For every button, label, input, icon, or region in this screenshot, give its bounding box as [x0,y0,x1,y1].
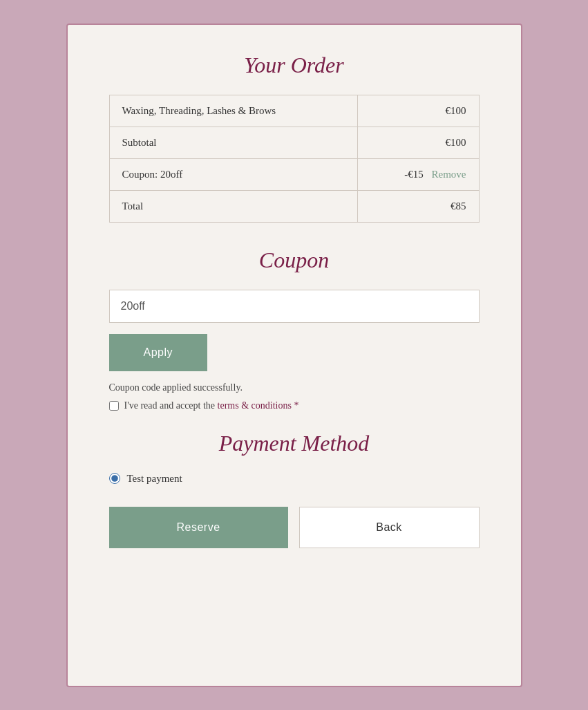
order-card: Your Order Waxing, Threading, Lashes & B… [66,24,522,687]
coupon-title: Coupon [109,247,480,273]
payment-section: Payment Method Test payment [109,431,480,485]
remove-coupon-link[interactable]: Remove [432,169,466,180]
order-item-label: Waxing, Threading, Lashes & Brows [109,95,358,127]
coupon-section: Coupon Apply Coupon code applied success… [109,247,480,411]
order-item-value: €100 [358,95,479,127]
your-order-title: Your Order [109,53,480,78]
apply-button[interactable]: Apply [109,334,208,371]
required-star: * [294,400,298,411]
terms-row: I've read and accept the terms & conditi… [109,400,480,411]
terms-link[interactable]: terms & conditions [218,400,292,411]
total-value: €85 [358,190,479,222]
payment-option: Test payment [109,473,480,485]
test-payment-label: Test payment [127,473,182,485]
reserve-button[interactable]: Reserve [109,507,288,548]
back-button[interactable]: Back [299,507,480,548]
table-row: Total €85 [109,190,479,222]
table-row: Coupon: 20off -€15 Remove [109,158,479,190]
action-buttons: Reserve Back [109,507,480,548]
coupon-success-message: Coupon code applied successfully. [109,382,480,393]
total-label: Total [109,190,358,222]
payment-method-title: Payment Method [109,431,480,456]
subtotal-value: €100 [358,127,479,158]
terms-checkbox[interactable] [109,401,119,411]
subtotal-label: Subtotal [109,127,358,158]
terms-text-before: I've read and accept the [124,400,216,411]
coupon-input[interactable] [109,290,480,323]
test-payment-radio[interactable] [109,473,120,484]
coupon-value-cell: -€15 Remove [358,158,479,190]
terms-label: I've read and accept the terms & conditi… [124,400,299,411]
table-row: Subtotal €100 [109,127,479,158]
coupon-discount: -€15 [404,169,424,180]
order-table: Waxing, Threading, Lashes & Brows €100 S… [109,95,480,223]
table-row: Waxing, Threading, Lashes & Brows €100 [109,95,479,127]
coupon-label: Coupon: 20off [109,158,358,190]
